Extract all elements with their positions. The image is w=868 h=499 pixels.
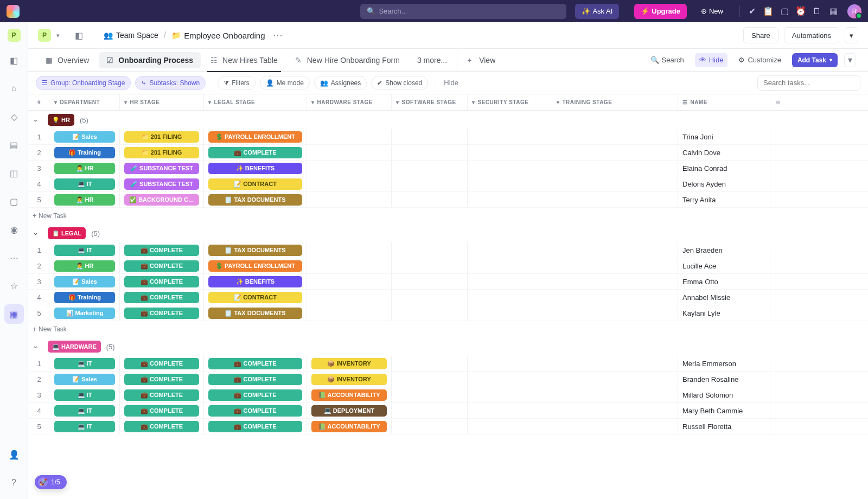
sidebar-toggle-icon[interactable]: ◧ [4, 50, 24, 70]
status-badge[interactable]: 📗ACCOUNTABILITY [311, 389, 387, 401]
onboarding-progress-pill[interactable]: 🚀 1/5 [35, 475, 67, 489]
table-row[interactable]: 4 💻IT 💼COMPLETE 💼COMPLETE 💻DEPLOYMENT Ma… [28, 403, 868, 419]
invite-icon[interactable]: 👤 [4, 445, 24, 464]
chip-filters[interactable]: ⧩Filters [218, 76, 256, 90]
table-row[interactable]: 1 💻IT 💼COMPLETE 💼COMPLETE 📦INVENTORY Mer… [28, 356, 868, 372]
group-header-hardware[interactable]: ⌄ 💻HARDWARE (5) [28, 337, 868, 356]
user-avatar[interactable]: R [847, 4, 861, 18]
chip-subtasks[interactable]: ⤷Subtasks: Shown [135, 76, 206, 90]
col-name[interactable]: ☰NAME [678, 94, 770, 110]
more-options-icon[interactable]: ⋯ [273, 29, 283, 41]
status-badge[interactable]: 💼COMPLETE [208, 147, 302, 158]
name-cell[interactable]: Elaina Conrad [678, 161, 770, 176]
status-badge[interactable]: ✨BENEFITS [208, 276, 302, 287]
status-badge[interactable]: 💻DEPLOYMENT [311, 405, 387, 417]
status-badge[interactable]: 💻IT [54, 245, 115, 256]
table-row[interactable]: 3 📝Sales 💼COMPLETE ✨BENEFITS Emma Otto [28, 274, 868, 290]
status-badge[interactable]: 👨‍💼HR [54, 194, 115, 206]
status-badge[interactable]: 💻IT [54, 405, 115, 417]
status-badge[interactable]: 💼COMPLETE [208, 374, 302, 385]
chip-assignees[interactable]: 👥Assignees [314, 76, 367, 90]
col-software-stage[interactable]: ▾SOFTWARE STAGE [392, 94, 468, 110]
name-cell[interactable]: Lucille Ace [678, 258, 770, 273]
breadcrumb-folder[interactable]: 📁 Employee Onboarding [171, 31, 265, 40]
notepad-icon[interactable]: 🗒 [812, 6, 822, 17]
status-badge[interactable]: 💼COMPLETE [124, 292, 199, 303]
upgrade-button[interactable]: ⚡ Upgrade [634, 4, 687, 19]
col-legal-stage[interactable]: ▾LEGAL STAGE [204, 94, 307, 110]
table-row[interactable]: 5 📊Marketing 💼COMPLETE 🗒️TAX DOCUMENTS K… [28, 305, 868, 321]
docs-icon[interactable]: ▤ [4, 135, 24, 155]
col-training-stage[interactable]: ▾TRAINING STAGE [552, 94, 678, 110]
chevron-down-icon[interactable]: ⌄ [33, 342, 42, 351]
table-row[interactable]: 1 📝Sales 📁201 FILING 💲PAYROLL ENROLLMENT… [28, 129, 868, 145]
expand-options-button[interactable]: ▾ [844, 53, 856, 67]
table-row[interactable]: 2 📝Sales 💼COMPLETE 💼COMPLETE 📦INVENTORY … [28, 372, 868, 387]
favorites-star-icon[interactable]: ☆ [4, 276, 24, 296]
status-badge[interactable]: ✅BACKGROUND C… [124, 194, 199, 206]
chevron-down-icon[interactable]: ▾ [56, 32, 60, 39]
group-header-legal[interactable]: ⌄ 📋LEGAL (5) [28, 224, 868, 242]
status-badge[interactable]: 📝CONTRACT [208, 292, 302, 303]
tab-overview[interactable]: ▦Overview [38, 49, 97, 72]
inbox-icon[interactable]: ◇ [4, 107, 24, 126]
new-task-row[interactable]: +New Task [28, 321, 868, 337]
table-row[interactable]: 3 👨‍💼HR 🧪SUBSTANCE TEST ✨BENEFITS Elaina… [28, 161, 868, 176]
status-badge[interactable]: 📁201 FILING [124, 147, 199, 158]
status-badge[interactable]: 📗ACCOUNTABILITY [311, 421, 387, 432]
status-badge[interactable]: 📝Sales [54, 131, 115, 143]
status-badge[interactable]: 💼COMPLETE [124, 308, 199, 319]
help-icon[interactable]: ? [4, 473, 24, 492]
tab-new-hires-table[interactable]: ☷New Hires Table [203, 49, 285, 72]
name-cell[interactable]: Branden Rosaline [678, 372, 770, 387]
chip-show-closed[interactable]: ✔Show closed [371, 76, 428, 90]
clipboard-icon[interactable]: 📋 [763, 6, 774, 17]
status-badge[interactable]: 📝Sales [54, 276, 115, 287]
col-department[interactable]: ▾DEPARTMENT [50, 94, 120, 110]
status-badge[interactable]: 🧪SUBSTANCE TEST [124, 178, 199, 190]
status-badge[interactable]: 💼COMPLETE [124, 389, 199, 401]
video-icon[interactable]: ▢ [779, 6, 790, 17]
timesheets-icon[interactable]: ◉ [4, 220, 24, 239]
chevron-down-icon[interactable]: ⌄ [33, 115, 42, 125]
status-badge[interactable]: 👨‍💼HR [54, 260, 115, 272]
customize-button[interactable]: ⚙Customize [734, 53, 785, 67]
status-badge[interactable]: 💼COMPLETE [124, 276, 199, 287]
panel-icon[interactable]: ◧ [75, 30, 83, 41]
status-badge[interactable]: 📁201 FILING [124, 131, 199, 143]
status-badge[interactable]: 🧪SUBSTANCE TEST [124, 163, 199, 174]
name-cell[interactable]: Merla Emmerson [678, 356, 770, 371]
app-logo[interactable] [7, 5, 20, 18]
status-badge[interactable]: 🎁Training [54, 292, 115, 303]
status-badge[interactable]: 👨‍💼HR [54, 163, 115, 174]
status-badge[interactable]: 📦INVENTORY [311, 358, 387, 369]
search-button[interactable]: 🔍Search [646, 53, 688, 67]
name-cell[interactable]: Russell Floretta [678, 419, 770, 434]
spaces-grid-icon[interactable]: ▦ [4, 304, 24, 324]
workspace-switcher[interactable]: P [8, 29, 21, 42]
add-column-button[interactable]: ⊕ [770, 99, 786, 105]
status-badge[interactable]: 💲PAYROLL ENROLLMENT [208, 131, 302, 143]
name-cell[interactable]: Trina Joni [678, 129, 770, 144]
hide-button[interactable]: 👁Hide [695, 53, 728, 67]
status-badge[interactable]: 💼COMPLETE [208, 421, 302, 432]
name-cell[interactable]: Annabel Missie [678, 290, 770, 305]
status-badge[interactable]: 🎁Training [54, 147, 115, 158]
name-cell[interactable]: Millard Solomon [678, 387, 770, 402]
status-badge[interactable]: 📊Marketing [54, 308, 115, 319]
table-row[interactable]: 4 🎁Training 💼COMPLETE 📝CONTRACT Annabel … [28, 290, 868, 305]
table-row[interactable]: 2 🎁Training 📁201 FILING 💼COMPLETE Calvin… [28, 145, 868, 161]
name-cell[interactable]: Emma Otto [678, 274, 770, 289]
dashboards-icon[interactable]: ◫ [4, 163, 24, 183]
status-badge[interactable]: 💻IT [54, 178, 115, 190]
status-badge[interactable]: 💼COMPLETE [124, 374, 199, 385]
table-row[interactable]: 2 👨‍💼HR 💼COMPLETE 💲PAYROLL ENROLLMENT Lu… [28, 258, 868, 274]
name-cell[interactable]: Deloris Ayden [678, 176, 770, 191]
global-search[interactable]: 🔍 Search... [360, 4, 566, 19]
table-row[interactable]: 1 💻IT 💼COMPLETE 🗒️TAX DOCUMENTS Jen Brae… [28, 242, 868, 258]
check-circle-icon[interactable]: ✔︎ [746, 6, 757, 17]
status-badge[interactable]: 📝CONTRACT [208, 178, 302, 190]
tab-more[interactable]: 3 more... [410, 49, 455, 72]
status-badge[interactable]: 📦INVENTORY [311, 374, 387, 385]
search-tasks-input[interactable] [757, 75, 860, 91]
